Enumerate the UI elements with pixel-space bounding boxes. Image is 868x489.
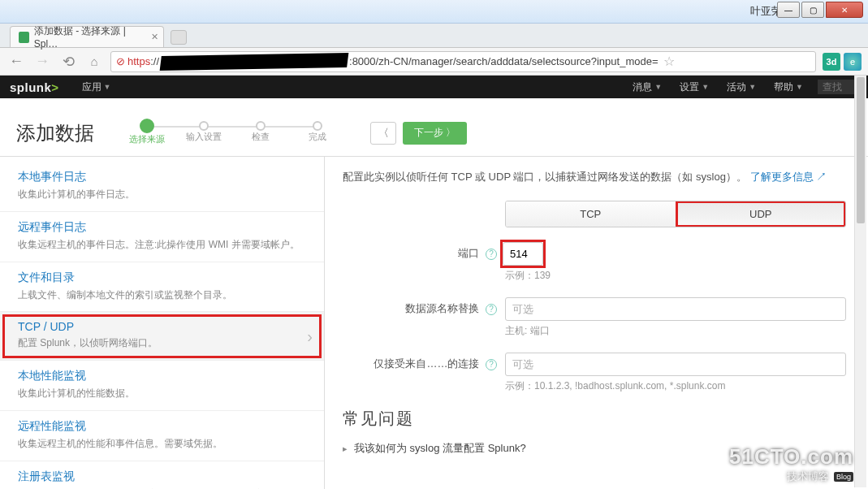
tab-favicon xyxy=(19,32,29,43)
lock-crossed-icon: ⊘ xyxy=(116,55,125,67)
back-button[interactable]: ← xyxy=(6,52,26,71)
help-icon[interactable]: ? xyxy=(486,249,497,260)
new-tab-button[interactable] xyxy=(171,30,187,45)
page-title: 添加数据 xyxy=(16,120,94,146)
form-pane: 配置此实例以侦听任何 TCP 或 UDP 端口，以捕获通过网络发送的数据（如 s… xyxy=(325,157,868,489)
wizard-steps: 选择来源 输入设置 检查 完成 xyxy=(119,121,346,145)
accept-from-label: 仅接受来自……的连接 ? xyxy=(343,353,505,371)
browser-tab-strip: 添加数据 - 选择来源 | Spl… ✕ xyxy=(0,24,868,48)
activity-menu[interactable]: 活动▼ xyxy=(723,80,759,94)
window-titlebar: 叶亚荣 — ▢ ✕ xyxy=(0,0,868,24)
source-list: 本地事件日志收集此计算机的事件日志。 远程事件日志收集远程主机的事件日志。注意:… xyxy=(0,157,325,489)
wizard-header: 添加数据 选择来源 输入设置 检查 完成 〈 下一步 〉 xyxy=(0,98,868,157)
url-scheme: https xyxy=(127,55,150,67)
apps-menu[interactable]: 应用▼ xyxy=(79,80,114,94)
forward-button[interactable]: → xyxy=(32,52,52,71)
accept-hint: 示例：10.1.2.3, !badhost.splunk.com, *.splu… xyxy=(505,379,850,393)
step-input-settings: 输入设置 xyxy=(175,121,232,143)
extension-icon-2[interactable]: e xyxy=(844,53,862,71)
source-hint: 主机: 端口 xyxy=(505,324,850,338)
reload-button[interactable]: ⟲ xyxy=(58,52,78,71)
port-hint: 示例：139 xyxy=(505,269,850,283)
url-path: :8000/zh-CN/manager/search/adddata/selec… xyxy=(349,55,659,67)
browser-tab[interactable]: 添加数据 - 选择来源 | Spl… ✕ xyxy=(10,26,164,47)
tab-close-icon[interactable]: ✕ xyxy=(151,32,158,42)
source-name-input[interactable] xyxy=(505,297,846,321)
window-close-button[interactable]: ✕ xyxy=(826,2,863,18)
home-button[interactable]: ⌂ xyxy=(84,52,104,71)
extension-icon-1[interactable]: 3d xyxy=(823,53,840,71)
chevron-right-icon: › xyxy=(307,327,313,345)
port-label: 端口 ? xyxy=(343,242,505,261)
bookmark-star-icon[interactable]: ☆ xyxy=(659,54,675,69)
help-icon[interactable]: ? xyxy=(486,359,497,370)
address-bar[interactable]: ⊘ https:// :8000/zh-CN/manager/search/ad… xyxy=(110,51,816,72)
prev-button[interactable]: 〈 xyxy=(370,122,396,145)
splunk-top-bar: splunk> 应用▼ 消息▼ 设置▼ 活动▼ 帮助▼ xyxy=(0,76,868,98)
next-button[interactable]: 下一步 〉 xyxy=(403,122,467,145)
scrollbar[interactable] xyxy=(854,76,866,487)
source-registry[interactable]: 注册表监视让 Splunk 编制本地 Windows 注册表的索引，并监视其变化… xyxy=(0,461,324,489)
faq-heading: 常见问题 xyxy=(343,408,850,430)
source-files-dirs[interactable]: 文件和目录上载文件、编制本地文件的索引或监视整个目录。 xyxy=(0,262,324,313)
tab-title: 添加数据 - 选择来源 | Spl… xyxy=(34,24,142,50)
messages-menu[interactable]: 消息▼ xyxy=(629,80,665,94)
splunk-logo[interactable]: splunk> xyxy=(10,80,59,94)
window-minimize-button[interactable]: — xyxy=(777,2,800,18)
protocol-tabs: TCP UDP xyxy=(505,201,846,227)
scrollbar-thumb[interactable] xyxy=(857,77,865,223)
step-select-source[interactable]: 选择来源 xyxy=(119,121,175,145)
source-remote-perf[interactable]: 远程性能监视收集远程主机的性能和事件信息。需要域凭据。 xyxy=(0,411,324,461)
learn-more-link[interactable]: 了解更多信息 ↗ xyxy=(750,171,827,183)
tab-udp[interactable]: UDP xyxy=(676,201,846,227)
step-done: 完成 xyxy=(289,121,346,143)
source-local-perf[interactable]: 本地性能监视收集此计算机的性能数据。 xyxy=(0,361,324,411)
browser-toolbar: ← → ⟲ ⌂ ⊘ https:// :8000/zh-CN/manager/s… xyxy=(0,48,868,76)
faq-item[interactable]: ▸ 我该如何为 syslog 流量配置 Splunk? xyxy=(343,438,850,459)
port-input[interactable] xyxy=(503,242,543,266)
source-local-event-log[interactable]: 本地事件日志收集此计算机的事件日志。 xyxy=(0,162,324,212)
settings-menu[interactable]: 设置▼ xyxy=(676,80,712,94)
tab-tcp[interactable]: TCP xyxy=(506,201,676,227)
source-remote-event-log[interactable]: 远程事件日志收集远程主机的事件日志。注意:此操作使用 WMI 并需要域帐户。 xyxy=(0,212,324,262)
intro-text: 配置此实例以侦听任何 TCP 或 UDP 端口，以捕获通过网络发送的数据（如 s… xyxy=(343,170,850,184)
step-review: 检查 xyxy=(232,121,289,143)
source-tcp-udp[interactable]: TCP / UDP配置 Splunk，以侦听网络端口。 › xyxy=(0,312,324,361)
help-icon[interactable]: ? xyxy=(486,304,497,315)
top-search-input[interactable] xyxy=(818,80,858,94)
window-maximize-button[interactable]: ▢ xyxy=(801,2,824,18)
help-menu[interactable]: 帮助▼ xyxy=(771,80,806,94)
accept-from-input[interactable] xyxy=(505,353,846,376)
main-content: 本地事件日志收集此计算机的事件日志。 远程事件日志收集远程主机的事件日志。注意:… xyxy=(0,157,868,489)
chevron-right-icon: ▸ xyxy=(343,444,348,454)
source-name-label: 数据源名称替换 ? xyxy=(343,297,505,316)
url-host-redacted xyxy=(160,52,349,70)
